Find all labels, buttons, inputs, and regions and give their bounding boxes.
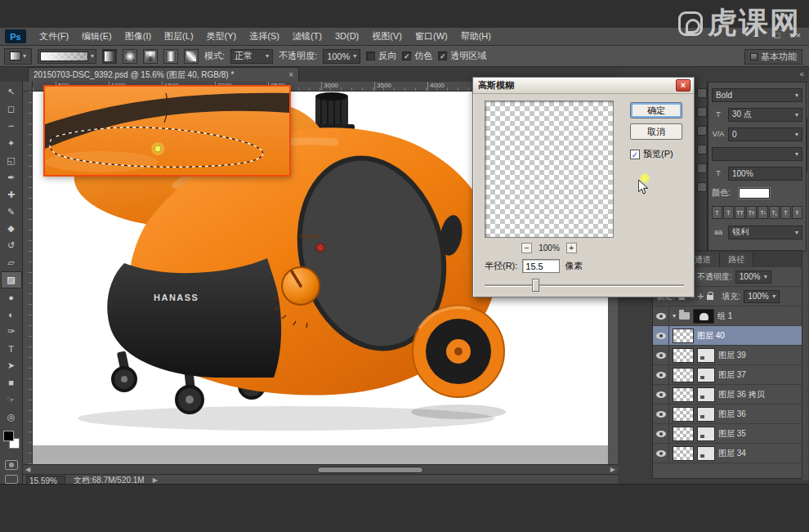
eraser-tool[interactable]: ▱ xyxy=(1,254,22,271)
layer-name[interactable]: 图层 39 xyxy=(718,350,746,361)
visibility-toggle[interactable] xyxy=(653,385,669,404)
status-expand-arrow[interactable]: ▶ xyxy=(153,476,158,484)
layer-mask-thumbnail[interactable] xyxy=(697,387,715,402)
collapsed-panel-icon[interactable] xyxy=(697,182,707,192)
eyedropper-tool[interactable]: ✒ xyxy=(1,169,22,186)
layer-name[interactable]: 图层 36 拷贝 xyxy=(718,389,765,400)
layer-row[interactable]: ▾ 图层 40 xyxy=(653,326,802,346)
dodge-tool[interactable]: ◐ xyxy=(1,306,22,323)
collapsed-panel-icon[interactable] xyxy=(697,126,707,136)
collapse-dock-icon[interactable]: « xyxy=(799,69,804,78)
vertical-scale-field[interactable]: 100% xyxy=(728,167,802,181)
collapsed-panel-icon[interactable] xyxy=(697,88,707,98)
healing-brush-tool[interactable]: ✚ xyxy=(1,186,22,203)
opacity-select[interactable]: 100%▾ xyxy=(323,49,360,64)
layer-thumbnail[interactable] xyxy=(673,427,694,441)
layer-thumbnail[interactable] xyxy=(673,329,694,343)
layer-thumbnail[interactable] xyxy=(693,309,714,324)
layer-row[interactable]: ▾ 组 1 xyxy=(653,306,802,326)
type-style-button[interactable]: Tт xyxy=(746,206,757,219)
radius-slider-thumb[interactable] xyxy=(532,279,539,292)
type-tool[interactable]: T xyxy=(1,340,22,357)
text-color-swatch[interactable] xyxy=(739,188,770,199)
gradient-tool[interactable]: ▨ xyxy=(1,271,22,288)
layer-row[interactable]: ▾ 图层 35 xyxy=(653,424,802,444)
history-brush-tool[interactable]: ↺ xyxy=(1,237,22,254)
vertical-ruler[interactable] xyxy=(23,92,33,464)
path-selection-tool[interactable]: ➤ xyxy=(1,357,22,374)
lock-all-icon[interactable] xyxy=(707,295,713,300)
layer-name[interactable]: 图层 40 xyxy=(697,330,725,342)
reflected-gradient-button[interactable] xyxy=(163,49,178,64)
font-size-select[interactable]: 30 点▾ xyxy=(728,108,802,122)
menu-item[interactable]: 图像(I) xyxy=(118,28,158,45)
layer-thumbnail[interactable] xyxy=(673,368,694,382)
brush-tool[interactable]: ✎ xyxy=(1,203,22,221)
linear-gradient-button[interactable] xyxy=(102,49,117,64)
blur-tool[interactable]: ● xyxy=(1,288,22,306)
radius-slider[interactable] xyxy=(485,279,684,292)
menu-item[interactable]: 滤镜(T) xyxy=(286,28,329,45)
menu-item[interactable]: 窗口(W) xyxy=(409,28,454,45)
checkbox-box[interactable] xyxy=(402,51,411,60)
layer-mask-thumbnail[interactable] xyxy=(697,348,715,363)
layer-row[interactable]: ▾ 图层 39 xyxy=(653,346,802,365)
checkbox-box[interactable] xyxy=(438,51,447,60)
foreground-color-swatch[interactable] xyxy=(3,431,14,441)
horizontal-scrollbar[interactable]: ◀ ▶ xyxy=(23,464,618,474)
layer-mask-thumbnail[interactable] xyxy=(697,427,715,441)
lock-icon[interactable]: ✛ xyxy=(698,293,704,301)
quick-mask-button[interactable] xyxy=(5,460,18,470)
layer-name[interactable]: 图层 35 xyxy=(718,428,746,440)
menu-item[interactable]: 视图(V) xyxy=(365,28,409,45)
menu-item[interactable]: 3D(D) xyxy=(329,28,365,45)
collapsed-panel-icon[interactable] xyxy=(697,163,707,173)
anti-alias-select[interactable]: 锐利▾ xyxy=(728,226,802,239)
layer-name[interactable]: 图层 37 xyxy=(718,369,746,381)
options-checkbox[interactable]: 仿色 xyxy=(402,50,432,62)
document-tab[interactable]: 20150703-DSC_9392.psd @ 15.6% (图层 40, RG… xyxy=(28,67,299,82)
type-style-button[interactable]: T₁ xyxy=(769,206,780,219)
layer-name[interactable]: 图层 36 xyxy=(718,409,746,420)
menu-item[interactable]: 选择(S) xyxy=(243,28,286,45)
checkbox-box[interactable] xyxy=(366,51,375,60)
visibility-toggle[interactable] xyxy=(653,444,669,463)
visibility-toggle[interactable] xyxy=(653,306,669,325)
layer-row[interactable]: ▾ 图层 37 xyxy=(653,365,802,385)
horizontal-scrollbar-thumb[interactable] xyxy=(317,467,423,473)
type-style-button[interactable]: T¹ xyxy=(758,206,768,219)
layer-row[interactable]: ▾ 图层 36 xyxy=(653,405,802,424)
options-checkbox[interactable]: 反向 xyxy=(366,50,396,62)
move-tool[interactable]: ↖ xyxy=(1,83,22,101)
layer-name[interactable]: 图层 34 xyxy=(718,448,746,459)
layer-opacity-select[interactable]: 100%▾ xyxy=(735,270,771,284)
options-checkbox[interactable]: 透明区域 xyxy=(438,50,486,62)
quick-selection-tool[interactable]: ✦ xyxy=(1,135,22,152)
layer-thumbnail[interactable] xyxy=(673,387,694,402)
dialog-close-button[interactable]: × xyxy=(676,79,691,92)
color-swatches[interactable] xyxy=(1,429,22,455)
layer-thumbnail[interactable] xyxy=(673,446,694,461)
visibility-toggle[interactable] xyxy=(653,326,669,345)
layer-fill-select[interactable]: 100%▾ xyxy=(744,290,780,303)
layer-thumbnail[interactable] xyxy=(673,348,694,363)
visibility-toggle[interactable] xyxy=(653,346,669,364)
angle-gradient-button[interactable] xyxy=(143,49,158,64)
menu-item[interactable]: 类型(Y) xyxy=(200,28,244,45)
type-style-button[interactable]: T xyxy=(780,206,791,219)
type-style-button[interactable]: Ŧ xyxy=(792,206,802,219)
menu-item[interactable]: 图层(L) xyxy=(158,28,199,45)
group-expand-arrow[interactable]: ▾ xyxy=(673,312,676,320)
crop-tool[interactable]: ◱ xyxy=(1,152,22,169)
layer-mask-thumbnail[interactable] xyxy=(697,407,715,422)
workspace-switcher[interactable]: 基本功能 xyxy=(744,49,802,65)
type-style-button[interactable]: TT xyxy=(735,206,745,219)
kerning-select[interactable]: 0▾ xyxy=(728,127,802,141)
type-style-button[interactable]: T xyxy=(723,206,734,219)
tab-close-icon[interactable]: × xyxy=(288,70,293,79)
dialog-titlebar[interactable]: 高斯模糊 × xyxy=(473,78,694,94)
layer-mask-thumbnail[interactable] xyxy=(697,446,715,461)
clone-stamp-tool[interactable]: ◆ xyxy=(1,221,22,238)
collapsed-panel-icon[interactable] xyxy=(697,107,707,117)
visibility-toggle[interactable] xyxy=(653,365,669,384)
